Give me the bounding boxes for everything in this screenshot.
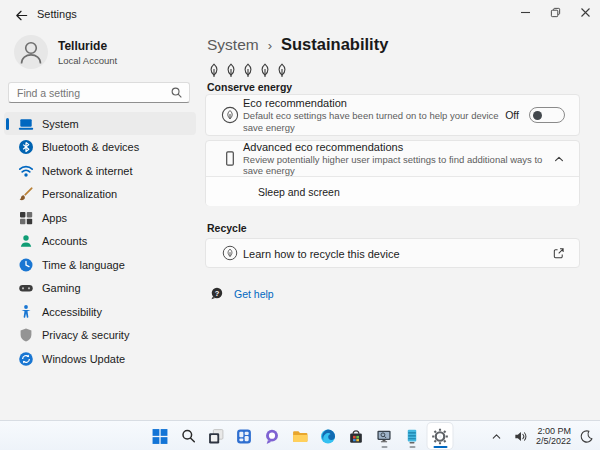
monitor-tool-button[interactable] [372,423,397,449]
breadcrumb: System › Sustainability [207,35,388,54]
svg-text:?: ? [215,289,220,298]
toggle-state-label: Off [505,109,519,121]
edge-icon [320,428,337,445]
bluetooth-icon [18,139,34,155]
sidebar-item-windows-update[interactable]: Windows Update [4,347,196,370]
sidebar-item-network-internet[interactable]: Network & internet [4,159,196,182]
sidebar-item-label: Time & language [42,259,125,271]
eco-recommendation-card[interactable]: Eco recommendation Default eco settings … [205,94,580,136]
search-input[interactable] [17,87,170,99]
tray-time: 2:00 PM [536,426,571,436]
taskbar-clock[interactable]: 2:00 PM 2/5/2022 [536,426,571,446]
sidebar-item-accessibility[interactable]: Accessibility [4,300,196,323]
privacy-shield-icon [18,327,34,343]
settings-taskbar-button[interactable] [428,423,453,449]
sidebar-item-label: Accounts [42,235,87,247]
store-button[interactable] [344,423,369,449]
time-language-icon [18,257,34,273]
chat-button[interactable] [260,423,285,449]
sidebar-item-system[interactable]: System [4,112,196,135]
start-button[interactable] [148,423,173,449]
get-help-label: Get help [234,288,274,300]
widgets-button[interactable] [232,423,257,449]
sleep-and-screen-label: Sleep and screen [258,186,340,198]
store-icon [348,428,365,445]
eco-leaves-rating [207,63,289,78]
account-header[interactable]: Telluride Local Account [14,35,117,69]
eco-card-description: Default eco settings have been turned on… [243,110,505,133]
sidebar-item-apps[interactable]: Apps [4,206,196,229]
sidebar-item-accounts[interactable]: Accounts [4,230,196,253]
personalization-icon [18,186,34,202]
volume-button[interactable] [511,427,530,446]
recycle-leaf-circle-icon [222,245,238,261]
notifications-button[interactable] [577,427,596,446]
chevron-up-icon[interactable] [553,153,565,165]
eco-leaf-circle-icon [221,106,239,124]
sidebar: Telluride Local Account System Bluetooth… [0,30,200,420]
sleep-and-screen-item[interactable]: Sleep and screen [206,177,579,206]
window-title: Settings [37,8,77,20]
file-explorer-icon [292,428,309,445]
recycle-link-label: Learn how to recycle this device [243,248,400,260]
external-link-icon [552,247,565,260]
advanced-card-description: Review potentially higher user impact se… [243,154,553,177]
apps-icon [18,210,34,226]
server-icon [404,428,421,445]
sidebar-item-time-language[interactable]: Time & language [4,253,196,276]
search-icon [170,86,183,99]
minimize-button[interactable] [510,0,540,24]
taskbar-center [148,421,453,450]
toggle-knob [533,111,542,120]
sidebar-item-personalization[interactable]: Personalization [4,183,196,206]
do-not-disturb-moon-icon [579,429,594,444]
eco-toggle-switch[interactable] [529,107,565,123]
leaf-icon [258,63,272,78]
edge-button[interactable] [316,423,341,449]
active-indicator [433,446,447,449]
sidebar-item-label: Privacy & security [42,329,129,341]
title-bar: Settings [0,0,600,30]
tray-chevron-button[interactable] [488,428,505,445]
account-type: Local Account [58,55,117,66]
server-app-button[interactable] [400,423,425,449]
device-icon [222,150,238,167]
close-icon [580,7,591,18]
minimize-icon [520,7,531,18]
search-box[interactable] [8,82,190,103]
running-indicator [381,446,387,449]
taskbar-search-icon [180,428,196,444]
account-name: Telluride [58,39,117,53]
main-content: System › Sustainability Conserve energy … [205,30,580,420]
running-indicator [409,446,415,449]
breadcrumb-parent[interactable]: System [207,36,259,54]
back-button[interactable] [10,5,32,25]
system-tray: 2:00 PM 2/5/2022 [488,421,596,450]
sidebar-item-gaming[interactable]: Gaming [4,277,196,300]
sidebar-item-label: Gaming [42,282,81,294]
close-button[interactable] [570,0,600,24]
accessibility-icon [18,304,34,320]
chat-icon [264,428,281,445]
restore-button[interactable] [540,0,570,24]
leaf-icon [207,63,221,78]
back-arrow-icon [14,8,29,23]
sidebar-nav: System Bluetooth & devices Network & int… [4,112,196,371]
sidebar-item-privacy-security[interactable]: Privacy & security [4,324,196,347]
speaker-icon [513,429,528,444]
page-title: Sustainability [281,35,388,54]
taskbar-search-button[interactable] [176,423,201,449]
get-help-link[interactable]: ? Get help [209,286,274,301]
sidebar-item-label: System [42,118,79,130]
task-view-button[interactable] [204,423,229,449]
network-icon [18,163,34,179]
conserve-energy-label: Conserve energy [207,81,292,93]
file-explorer-button[interactable] [288,423,313,449]
recycle-card[interactable]: Learn how to recycle this device [205,238,580,268]
gaming-icon [18,280,34,296]
eco-card-title: Eco recommendation [243,97,505,109]
sidebar-item-bluetooth-devices[interactable]: Bluetooth & devices [4,136,196,159]
advanced-eco-header[interactable]: Advanced eco recommendations Review pote… [206,141,579,176]
restore-icon [550,7,561,18]
system-icon [18,116,34,132]
